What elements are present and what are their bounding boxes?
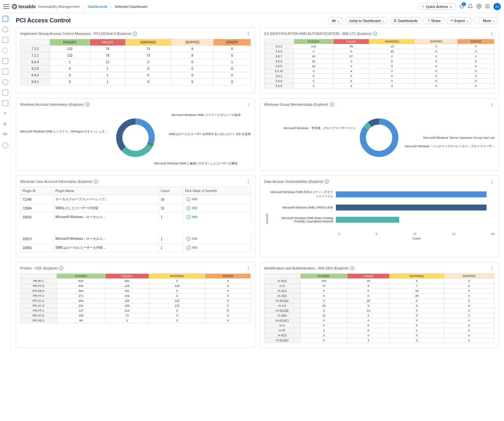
- row-label[interactable]: 3.5.3: [264, 49, 294, 54]
- col-header[interactable]: PASSED: [57, 274, 105, 279]
- cell[interactable]: 0: [334, 64, 369, 69]
- cell-name[interactable]: ローカルグループメンバーシップ...: [53, 195, 158, 204]
- jump-dashboard-button[interactable]: Jump to Dashboard⌄: [345, 17, 388, 24]
- info-icon[interactable]: i: [94, 180, 98, 183]
- cell[interactable]: 0: [125, 59, 171, 66]
- col-header[interactable]: WARNING: [125, 39, 171, 46]
- cell[interactable]: 0: [369, 69, 415, 74]
- cell[interactable]: 13: [369, 44, 415, 49]
- cell[interactable]: 25: [347, 279, 390, 284]
- row-label[interactable]: 3.5.1: [264, 74, 294, 79]
- sidebar-target-icon[interactable]: [2, 79, 8, 85]
- cell[interactable]: 1: [50, 59, 90, 66]
- cell[interactable]: 45: [390, 289, 444, 294]
- hbar-fill[interactable]: [336, 191, 487, 197]
- cell[interactable]: 35: [390, 294, 444, 298]
- cell[interactable]: 0: [171, 66, 214, 72]
- cell-name[interactable]: Microsoft Windows - ローカルユ...: [53, 228, 158, 243]
- sidebar-edu-icon[interactable]: [2, 132, 8, 138]
- cell[interactable]: 0: [50, 72, 90, 79]
- cell-severity[interactable]: iInfo: [183, 204, 251, 213]
- col-header[interactable]: Plugin ID: [20, 187, 53, 195]
- cell[interactable]: 1: [214, 59, 251, 66]
- cell-id[interactable]: 72684: [20, 204, 53, 213]
- cell-count[interactable]: 16: [159, 204, 183, 213]
- cell[interactable]: 0: [105, 318, 149, 323]
- cell[interactable]: 102: [105, 294, 149, 298]
- cell[interactable]: 0: [347, 333, 390, 338]
- cell[interactable]: 0: [444, 338, 494, 343]
- cell[interactable]: 0: [171, 79, 214, 85]
- info-icon[interactable]: i: [373, 32, 377, 36]
- cell[interactable]: 0: [205, 303, 251, 308]
- row-label[interactable]: IA-5(1): [264, 279, 300, 284]
- cell[interactable]: 0: [444, 328, 494, 333]
- cell[interactable]: 8: [171, 46, 214, 52]
- info-link[interactable]: Info: [192, 197, 197, 201]
- dashboards-button[interactable]: ⊞Dashboards: [390, 17, 421, 24]
- cell[interactable]: 5: [369, 64, 415, 69]
- cell[interactable]: 27: [334, 54, 369, 59]
- sidebar-tools-icon[interactable]: [2, 121, 8, 127]
- cell[interactable]: 198: [57, 313, 105, 318]
- cell[interactable]: 0: [415, 79, 458, 84]
- cell[interactable]: 0: [369, 54, 415, 59]
- widget-menu-icon[interactable]: ⋮: [246, 266, 251, 271]
- cell[interactable]: 3: [300, 308, 347, 313]
- cell[interactable]: 0: [347, 323, 390, 328]
- cell[interactable]: 16: [300, 303, 347, 308]
- info-link[interactable]: Info: [192, 215, 197, 219]
- cell[interactable]: 594: [105, 279, 149, 284]
- info-icon[interactable]: i: [330, 102, 334, 106]
- row-label[interactable]: 7.2.2: [20, 46, 50, 52]
- cell[interactable]: 125: [105, 284, 149, 289]
- cell[interactable]: 168: [105, 303, 149, 308]
- cell[interactable]: 2: [334, 74, 369, 79]
- share-button[interactable]: ↗Share: [423, 17, 444, 24]
- col-header[interactable]: ERROR: [205, 274, 251, 279]
- row-label[interactable]: 3.5.2: [264, 44, 294, 49]
- cell[interactable]: 103: [300, 279, 347, 284]
- cell[interactable]: 10: [294, 54, 334, 59]
- cell[interactable]: 5: [214, 52, 251, 59]
- cell[interactable]: 0: [390, 318, 444, 323]
- row-label[interactable]: IA-5: [264, 284, 300, 289]
- widget-menu-icon[interactable]: ⋮: [246, 179, 251, 184]
- cell-severity[interactable]: iInfo: [183, 243, 251, 252]
- col-header[interactable]: FAILED: [105, 274, 149, 279]
- hbar-fill[interactable]: [336, 217, 400, 223]
- row-label[interactable]: 7.2.1: [20, 52, 50, 59]
- cell[interactable]: 132: [50, 52, 90, 59]
- cell[interactable]: 5: [334, 79, 369, 84]
- quick-actions-button[interactable]: ☆ Quick Actions ⌄: [418, 3, 456, 10]
- cell[interactable]: 3: [300, 298, 347, 303]
- col-header[interactable]: SKIPPED: [171, 39, 214, 46]
- cell[interactable]: 77: [300, 284, 347, 289]
- cell[interactable]: 0: [334, 59, 369, 64]
- cell[interactable]: 0: [444, 318, 494, 323]
- cell[interactable]: 0: [149, 308, 205, 313]
- row-label[interactable]: 3.5.7: [264, 54, 294, 59]
- cell-count[interactable]: 1: [159, 228, 183, 243]
- cell[interactable]: 123: [149, 284, 205, 289]
- sidebar-shield-icon[interactable]: [2, 26, 8, 32]
- cell[interactable]: 264: [57, 298, 105, 303]
- widget-menu-icon[interactable]: ⋮: [489, 266, 494, 271]
- info-icon[interactable]: i: [133, 32, 137, 36]
- cell[interactable]: 4: [294, 49, 334, 54]
- col-header[interactable]: PASSED: [300, 274, 347, 279]
- cell[interactable]: 3: [300, 328, 347, 333]
- cell[interactable]: 1: [90, 72, 125, 79]
- cell-severity[interactable]: iInfo: [183, 228, 251, 243]
- row-label[interactable]: PR.DS-2: [20, 318, 57, 323]
- cell-severity[interactable]: iInfo: [183, 195, 251, 204]
- cell[interactable]: 39: [334, 44, 369, 49]
- cell[interactable]: 0: [149, 313, 205, 318]
- cell-id[interactable]: 10913: [20, 228, 53, 243]
- info-icon[interactable]: i: [85, 102, 89, 106]
- row-label[interactable]: PR.AC-4: [20, 303, 57, 308]
- cell[interactable]: 0: [444, 333, 494, 338]
- row-label[interactable]: IA-2(2): [264, 294, 300, 298]
- cell[interactable]: 0: [458, 79, 494, 84]
- info-link[interactable]: Info: [192, 246, 197, 249]
